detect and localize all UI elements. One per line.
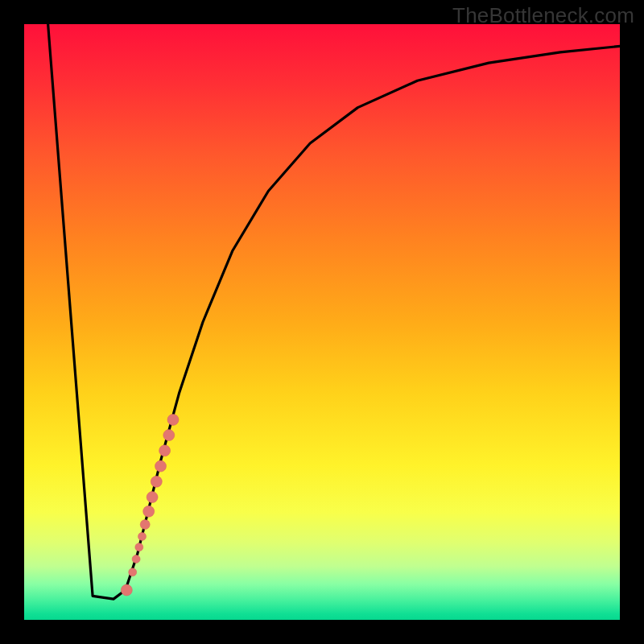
data-dot bbox=[167, 414, 179, 425]
watermark-text: TheBottleneck.com bbox=[452, 3, 634, 28]
data-dot bbox=[147, 492, 158, 503]
data-dot bbox=[138, 532, 147, 540]
data-dot bbox=[151, 476, 162, 487]
data-dot bbox=[140, 520, 150, 530]
bottleneck-curve bbox=[48, 24, 620, 599]
data-dot bbox=[143, 506, 155, 517]
data-dot bbox=[132, 555, 140, 564]
data-dot bbox=[129, 568, 137, 576]
data-dot bbox=[135, 543, 143, 551]
data-dot bbox=[121, 584, 132, 596]
data-dot bbox=[159, 445, 171, 456]
data-dot bbox=[163, 430, 175, 441]
data-dot bbox=[155, 460, 167, 472]
